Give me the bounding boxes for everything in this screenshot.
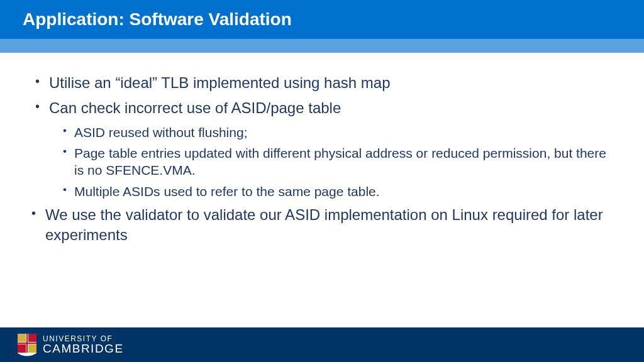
bullet-text: ASID reused without flushing; — [74, 125, 247, 140]
bullet-level1: Utilise an “ideal” TLB implemented using… — [35, 73, 619, 93]
svg-rect-3 — [27, 334, 36, 343]
slide-title: Application: Software Validation — [23, 9, 292, 30]
svg-rect-1 — [18, 334, 27, 343]
svg-rect-4 — [18, 343, 27, 353]
university-line2: CAMBRIDGE — [43, 343, 124, 354]
university-crest-icon — [18, 334, 36, 356]
bullet-text: Page table entries updated with differen… — [74, 146, 606, 177]
bullet-text: Multiple ASIDs used to refer to the same… — [74, 184, 380, 199]
bullet-text: Utilise an “ideal” TLB implemented using… — [49, 74, 391, 91]
slide-body: Utilise an “ideal” TLB implemented using… — [0, 53, 644, 246]
bullet-level1: Can check incorrect use of ASID/page tab… — [35, 98, 619, 118]
bullet-text: Can check incorrect use of ASID/page tab… — [49, 99, 341, 116]
footer-bar: UNIVERSITY OF CAMBRIDGE — [0, 327, 644, 362]
sub-bullet-list: ASID reused without flushing; Page table… — [63, 124, 619, 200]
bullet-level2: Page table entries updated with differen… — [63, 145, 619, 179]
title-bar: Application: Software Validation — [0, 0, 644, 39]
bullet-level2: Multiple ASIDs used to refer to the same… — [63, 183, 619, 200]
bullet-text: We use the validator to validate our ASI… — [45, 206, 603, 243]
svg-rect-2 — [27, 343, 36, 353]
bullet-level2: ASID reused without flushing; — [63, 124, 619, 141]
university-wordmark: UNIVERSITY OF CAMBRIDGE — [43, 335, 124, 354]
bullet-level1: We use the validator to validate our ASI… — [35, 205, 619, 246]
accent-bar — [0, 39, 644, 53]
